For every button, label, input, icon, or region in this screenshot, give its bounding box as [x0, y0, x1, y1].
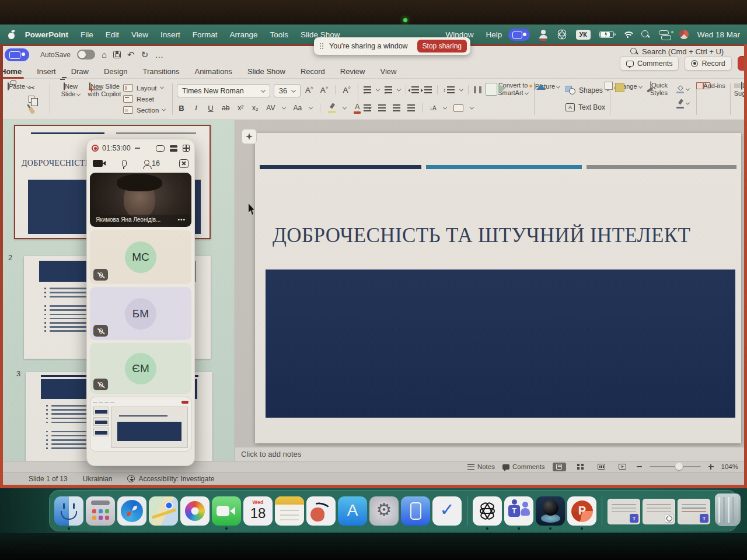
zoom-slider[interactable]: [650, 466, 701, 468]
autosave-toggle[interactable]: [77, 50, 95, 60]
paste-button[interactable]: Paste: [6, 83, 31, 90]
browser-status-icon[interactable]: [679, 30, 689, 39]
apple-menu-icon[interactable]: [8, 30, 15, 39]
underline-button[interactable]: U: [207, 104, 214, 113]
arrange-button[interactable]: Arrange: [613, 83, 643, 90]
close-icon[interactable]: [179, 159, 189, 168]
dock-maps-icon[interactable]: [149, 496, 178, 526]
dock-freeform-icon[interactable]: [306, 496, 336, 526]
design-ideas-button[interactable]: [242, 129, 257, 144]
dock-facetime-icon[interactable]: [212, 496, 241, 526]
dock-notes-icon[interactable]: [275, 496, 304, 526]
participant-tile-1[interactable]: МС: [90, 230, 191, 284]
drag-handle-icon[interactable]: [319, 43, 324, 50]
tab-slide-show[interactable]: Slide Show: [240, 65, 293, 78]
search-box[interactable]: Search (Cmd + Ctrl + U): [630, 47, 724, 56]
tab-insert[interactable]: Insert: [29, 65, 64, 78]
notes-pane[interactable]: Click to add notes: [235, 447, 744, 461]
add-ins-button[interactable]: Add-ins: [701, 82, 728, 90]
text-box-button[interactable]: Text Box: [566, 103, 605, 111]
tab-review[interactable]: Review: [333, 65, 373, 78]
align-text-button[interactable]: [453, 104, 463, 112]
slide-title[interactable]: ДОБРОЧЕСНІСТЬ ТА ШТУЧНИЙ ІНТЕЛЕКТ: [273, 224, 734, 247]
minimal-view-icon[interactable]: [156, 145, 165, 152]
menu-edit[interactable]: Edit: [99, 30, 125, 39]
redo-icon[interactable]: ↻: [141, 50, 149, 59]
camera-toggle-icon[interactable]: [93, 160, 103, 167]
menu-insert[interactable]: Insert: [155, 30, 187, 39]
slide-sorter-view-button[interactable]: [574, 463, 587, 471]
columns-button[interactable]: [474, 86, 481, 93]
dock-chatgpt-icon[interactable]: [473, 496, 502, 526]
dock-calendar-icon[interactable]: Wed 18: [243, 496, 273, 526]
increase-font-button[interactable]: A˄: [305, 85, 313, 94]
picture-button[interactable]: Picture: [533, 83, 561, 90]
tab-transitions[interactable]: Transitions: [135, 65, 187, 78]
zoom-level[interactable]: 104%: [721, 463, 738, 470]
decrease-font-button[interactable]: A˅: [320, 85, 329, 94]
tab-home[interactable]: Home: [0, 65, 29, 78]
numbering-button[interactable]: [385, 86, 392, 93]
highlight-color-button[interactable]: [328, 103, 336, 113]
increase-indent-button[interactable]: [424, 86, 432, 93]
format-painter-icon[interactable]: [28, 107, 35, 114]
menu-view[interactable]: View: [125, 30, 154, 39]
battery-icon[interactable]: [599, 31, 614, 38]
menu-format[interactable]: Format: [186, 30, 224, 39]
align-center-button[interactable]: [378, 104, 386, 111]
normal-view-button[interactable]: [553, 463, 566, 471]
tab-record[interactable]: Record: [293, 65, 333, 78]
align-right-button[interactable]: [393, 104, 400, 111]
copy-icon[interactable]: [29, 96, 34, 103]
menu-tools[interactable]: Tools: [264, 30, 295, 39]
wifi-icon[interactable]: [623, 31, 633, 38]
shared-screen-preview-tile[interactable]: [90, 397, 191, 452]
layout-button[interactable]: Layout: [123, 84, 165, 92]
dock-minimized-window-1[interactable]: [608, 499, 640, 524]
menu-arrange[interactable]: Arrange: [224, 30, 264, 39]
quick-styles-button[interactable]: Quick Styles: [644, 82, 674, 96]
section-button[interactable]: Section: [123, 106, 165, 114]
gallery-view-icon[interactable]: [183, 145, 190, 152]
input-language-badge[interactable]: УК: [576, 30, 591, 40]
dock-settings-icon[interactable]: [369, 496, 399, 526]
zoom-in-button[interactable]: [708, 464, 714, 470]
dock-appstore-icon[interactable]: [338, 496, 367, 526]
menubar-clock[interactable]: Wed 18 Mar: [697, 30, 740, 39]
microphone-toggle-icon[interactable]: [122, 160, 127, 167]
bold-button[interactable]: B: [178, 104, 185, 113]
stop-sharing-button[interactable]: Stop sharing: [417, 40, 467, 52]
font-name-select[interactable]: Times New Roman: [177, 84, 270, 97]
dock-powerpoint-icon[interactable]: [567, 496, 596, 526]
new-slide-button[interactable]: New Slide: [57, 83, 85, 97]
more-commands-icon[interactable]: …: [155, 50, 163, 59]
dock-camera-app-icon[interactable]: [536, 496, 565, 526]
superscript-button[interactable]: x²: [237, 104, 244, 112]
menu-powerpoint[interactable]: PowerPoint: [19, 30, 74, 39]
zoom-floating-window[interactable]: 01:53:00 16 Якимова Яна Леонідів... •••: [86, 139, 195, 466]
dock-trash-icon[interactable]: [715, 494, 741, 526]
font-size-select[interactable]: 36: [274, 84, 301, 97]
reset-button[interactable]: Reset: [123, 95, 165, 103]
cut-icon[interactable]: ✂: [29, 83, 35, 92]
subscript-button[interactable]: x₂: [252, 104, 259, 112]
dock-todo-icon[interactable]: [432, 496, 462, 526]
dock-minimized-window-3[interactable]: [678, 499, 710, 524]
dock-minimized-window-2[interactable]: [643, 499, 675, 524]
character-spacing-button[interactable]: AV: [266, 104, 275, 112]
participant-tile-2[interactable]: БМ: [90, 287, 191, 340]
screen-sharing-status-icon[interactable]: [508, 29, 530, 41]
slide-navy-rectangle[interactable]: [266, 270, 735, 418]
italic-button[interactable]: I: [193, 103, 200, 113]
clear-formatting-button[interactable]: A◊: [343, 85, 350, 94]
font-color-button[interactable]: A: [354, 103, 361, 114]
language-indicator[interactable]: Ukrainian: [83, 475, 113, 483]
reading-view-button[interactable]: [595, 463, 608, 471]
slide-canvas[interactable]: ДОБРОЧЕСНІСТЬ ТА ШТУЧНИЙ ІНТЕЛЕКТ: [255, 133, 741, 443]
tab-view[interactable]: View: [372, 65, 404, 78]
minimize-icon[interactable]: [135, 148, 140, 149]
tab-animations[interactable]: Animations: [187, 65, 240, 78]
menu-help[interactable]: Help: [480, 30, 508, 39]
speaker-view-icon[interactable]: [170, 145, 177, 152]
active-speaker-video-tile[interactable]: Якимова Яна Леонідів... •••: [90, 173, 191, 227]
